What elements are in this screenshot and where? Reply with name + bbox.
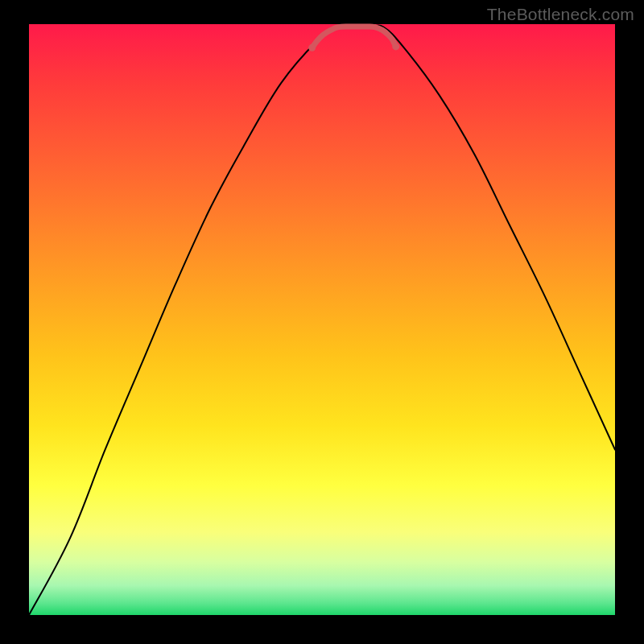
trough-end-markers: [308, 43, 399, 51]
watermark-label: TheBottleneck.com: [487, 5, 634, 24]
series-trough-marker: [312, 27, 396, 47]
chart-frame: TheBottleneck.com: [0, 0, 644, 644]
plot-area: [29, 24, 615, 615]
chart-svg: [29, 24, 615, 615]
trough-end-dot: [308, 44, 316, 52]
trough-end-dot: [392, 43, 399, 50]
series-bottleneck-curve: [29, 26, 615, 615]
